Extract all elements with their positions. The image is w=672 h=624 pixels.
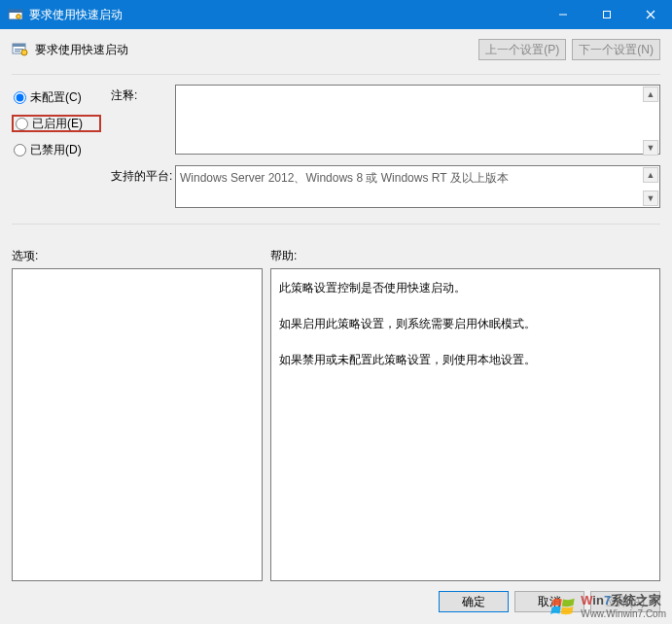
radio-not-configured-label: 未配置(C) — [30, 89, 82, 106]
radio-enabled-label: 已启用(E) — [32, 116, 83, 132]
maximize-button[interactable] — [584, 0, 628, 29]
help-pane[interactable]: 此策略设置控制是否使用快速启动。如果启用此策略设置，则系统需要启用休眠模式。如果… — [270, 268, 660, 581]
separator — [12, 74, 660, 75]
radio-disabled-input[interactable] — [14, 144, 26, 156]
svg-point-11 — [21, 50, 27, 55]
help-paragraph: 如果启用此策略设置，则系统需要启用休眠模式。 — [279, 313, 652, 335]
policy-app-icon — [8, 7, 23, 22]
svg-point-2 — [17, 15, 21, 19]
radio-enabled[interactable]: 已启用(E) — [12, 115, 101, 132]
dialog-button-bar: 确定 取消 应用(A) — [12, 581, 660, 624]
help-paragraph: 如果禁用或未配置此策略设置，则使用本地设置。 — [279, 349, 652, 371]
state-radio-group: 未配置(C) 已启用(E) 已禁用(D) — [12, 85, 101, 216]
svg-rect-8 — [13, 44, 25, 47]
comment-label: 注释: — [111, 85, 175, 104]
next-setting-button[interactable]: 下一个设置(N) — [572, 39, 660, 60]
radio-not-configured-input[interactable] — [14, 91, 26, 104]
radio-not-configured[interactable]: 未配置(C) — [12, 88, 101, 106]
window-controls — [541, 0, 672, 29]
platform-label: 支持的平台: — [111, 165, 175, 185]
apply-button[interactable]: 应用(A) — [590, 591, 660, 612]
ok-button[interactable]: 确定 — [439, 591, 509, 612]
help-label: 帮助: — [270, 248, 297, 264]
options-pane — [12, 268, 263, 581]
options-label: 选项: — [12, 248, 270, 264]
scroll-up-icon[interactable]: ▲ — [643, 87, 658, 102]
lower-labels: 选项: 帮助: — [12, 248, 660, 264]
minimize-button[interactable] — [541, 0, 584, 29]
window-title: 要求使用快速启动 — [29, 7, 541, 23]
scroll-down-icon[interactable]: ▼ — [643, 191, 658, 206]
radio-disabled-label: 已禁用(D) — [30, 142, 82, 158]
radio-disabled[interactable]: 已禁用(D) — [12, 141, 101, 158]
close-button[interactable] — [628, 0, 672, 29]
comment-textarea[interactable] — [175, 85, 660, 155]
scroll-up-icon[interactable]: ▲ — [643, 167, 658, 183]
cancel-button[interactable]: 取消 — [514, 591, 584, 612]
scroll-down-icon[interactable]: ▼ — [643, 140, 658, 156]
header-row: 要求使用快速启动 上一个设置(P) 下一个设置(N) — [12, 39, 660, 60]
svg-rect-1 — [9, 10, 22, 13]
svg-rect-4 — [603, 12, 610, 18]
radio-enabled-input[interactable] — [16, 118, 28, 130]
policy-icon — [12, 41, 29, 58]
svg-rect-9 — [15, 49, 23, 50]
help-paragraph: 此策略设置控制是否使用快速启动。 — [279, 277, 652, 299]
separator — [12, 224, 660, 225]
titlebar: 要求使用快速启动 — [0, 0, 672, 29]
svg-rect-10 — [15, 51, 20, 52]
supported-platform-box: Windows Server 2012、Windows 8 或 Windows … — [175, 165, 660, 208]
previous-setting-button[interactable]: 上一个设置(P) — [478, 39, 566, 60]
policy-name: 要求使用快速启动 — [35, 42, 128, 58]
